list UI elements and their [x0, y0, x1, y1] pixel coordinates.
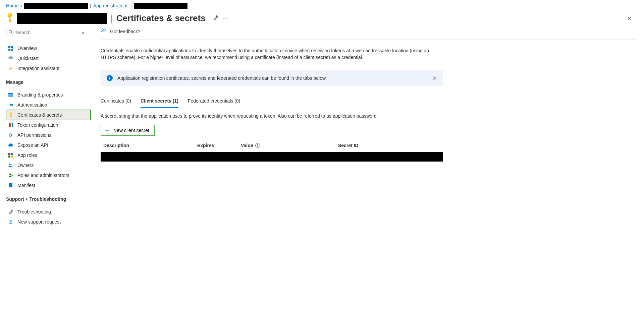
- section-support: Support + Troubleshooting: [6, 196, 91, 202]
- search-icon: [8, 30, 13, 36]
- tab-certificates[interactable]: Certificates (0): [101, 96, 131, 108]
- support-person-icon: [8, 219, 13, 225]
- divider: [6, 204, 84, 204]
- key-icon: [8, 112, 13, 118]
- svg-point-29: [9, 174, 11, 175]
- sidebar-item-troubleshooting[interactable]: Troubleshooting: [6, 207, 91, 217]
- svg-rect-18: [10, 116, 12, 117]
- tab-client-secrets[interactable]: Client secrets (1): [141, 96, 178, 108]
- token-icon: [8, 122, 13, 128]
- sidebar-item-branding[interactable]: Branding & properties: [6, 90, 91, 100]
- sidebar-item-label: Troubleshooting: [17, 209, 51, 214]
- svg-point-11: [11, 67, 12, 68]
- sidebar-item-label: Certificates & secrets: [17, 112, 62, 118]
- svg-point-5: [9, 30, 12, 33]
- new-secret-label: New client secret: [113, 128, 149, 133]
- sidebar-item-roles-admins[interactable]: Roles and administrators: [6, 170, 91, 180]
- sidebar-search[interactable]: [6, 28, 78, 37]
- info-icon[interactable]: i: [255, 143, 260, 148]
- header-redacted-name: [17, 13, 107, 24]
- svg-rect-19: [9, 123, 10, 127]
- sidebar-item-label: Branding & properties: [17, 92, 63, 98]
- chevron-right-icon: ›: [20, 3, 22, 8]
- tab-federated[interactable]: Federated credentials (0): [188, 96, 240, 108]
- col-secret-id: Secret ID: [338, 143, 440, 148]
- sidebar-item-label: Expose an API: [17, 142, 48, 148]
- sidebar: « Overview Quickstart Integration assist…: [0, 24, 91, 234]
- intro-text: Credentials enable confidential applicat…: [101, 47, 436, 61]
- rocket-icon: [8, 66, 13, 71]
- branding-icon: [8, 92, 13, 98]
- feedback-icon: [101, 28, 107, 35]
- sidebar-item-label: Token configuration: [17, 122, 58, 128]
- sidebar-item-label: Owners: [17, 163, 34, 168]
- divider: [6, 87, 84, 87]
- svg-rect-7: [8, 46, 10, 48]
- svg-line-6: [11, 33, 13, 34]
- collapse-sidebar-icon[interactable]: «: [82, 30, 84, 35]
- sidebar-item-label: New support request: [17, 219, 61, 225]
- sidebar-item-expose-api[interactable]: Expose an API: [6, 140, 91, 150]
- sidebar-item-label: Quickstart: [17, 56, 39, 61]
- feedback-text: Got feedback?: [110, 29, 141, 34]
- breadcrumb-app-registrations[interactable]: App registrations: [93, 3, 128, 8]
- svg-rect-4: [9, 21, 11, 22]
- svg-point-35: [102, 29, 103, 30]
- sidebar-item-label: App roles: [17, 152, 37, 158]
- svg-rect-32: [10, 185, 12, 185]
- grid-icon: [8, 46, 13, 51]
- svg-rect-2: [9, 17, 10, 22]
- svg-rect-12: [8, 93, 13, 94]
- col-expires: Expires: [197, 143, 241, 148]
- feedback-bar[interactable]: Got feedback?: [101, 28, 637, 40]
- info-banner: i Application registration certificates,…: [101, 70, 443, 86]
- sidebar-item-quickstart[interactable]: Quickstart: [6, 53, 91, 63]
- sidebar-item-authentication[interactable]: Authentication: [6, 100, 91, 110]
- sidebar-item-owners[interactable]: Owners: [6, 160, 91, 170]
- permissions-icon: [8, 132, 13, 138]
- sidebar-item-overview[interactable]: Overview: [6, 43, 91, 53]
- banner-close-icon[interactable]: ✕: [432, 75, 437, 81]
- sidebar-item-support-request[interactable]: New support request: [6, 217, 91, 227]
- svg-point-28: [11, 164, 12, 165]
- sidebar-item-app-roles[interactable]: App roles: [6, 150, 91, 160]
- tabs: Certificates (0) Client secrets (1) Fede…: [101, 96, 637, 108]
- sidebar-item-integration[interactable]: Integration assistant: [6, 63, 91, 73]
- svg-rect-24: [11, 153, 13, 155]
- svg-rect-21: [12, 123, 13, 127]
- svg-rect-17: [10, 115, 11, 117]
- page-title: Certificates & secrets: [116, 13, 206, 23]
- section-manage: Manage: [6, 79, 91, 85]
- more-icon[interactable]: ···: [223, 16, 229, 21]
- sidebar-item-manifest[interactable]: Manifest: [6, 180, 91, 190]
- svg-point-27: [9, 164, 11, 165]
- breadcrumb-redacted-2: [134, 3, 187, 9]
- cloud-bolt-icon: [8, 56, 13, 61]
- sidebar-item-label: Authentication: [17, 102, 47, 108]
- secrets-table: Description Expires Value i Secret ID: [101, 141, 443, 162]
- cloud-icon: [8, 142, 13, 148]
- breadcrumb-redacted-1: [24, 3, 88, 9]
- svg-point-34: [10, 220, 12, 222]
- chevron-right-icon: ›: [130, 3, 132, 8]
- sidebar-item-label: Roles and administrators: [17, 173, 69, 178]
- banner-text: Application registration certificates, s…: [117, 75, 327, 81]
- manifest-icon: [8, 183, 13, 188]
- sidebar-item-certificates-secrets[interactable]: Certificates & secrets: [6, 110, 91, 120]
- close-icon[interactable]: ✕: [627, 15, 638, 22]
- svg-rect-30: [9, 183, 12, 187]
- svg-rect-26: [11, 156, 13, 158]
- breadcrumb-home[interactable]: Home: [6, 3, 18, 8]
- svg-rect-13: [8, 94, 13, 97]
- auth-icon: [8, 102, 13, 108]
- table-row-redacted: [101, 152, 443, 162]
- info-icon: i: [107, 75, 113, 81]
- sidebar-item-label: Overview: [17, 46, 37, 51]
- svg-rect-20: [10, 123, 11, 127]
- pin-icon[interactable]: [213, 15, 218, 21]
- plus-icon: ＋: [104, 127, 110, 133]
- search-input[interactable]: [6, 28, 78, 37]
- sidebar-item-api-permissions[interactable]: API permissions: [6, 130, 91, 140]
- sidebar-item-token-config[interactable]: Token configuration: [6, 120, 91, 130]
- new-client-secret-button[interactable]: ＋ New client secret: [101, 125, 155, 136]
